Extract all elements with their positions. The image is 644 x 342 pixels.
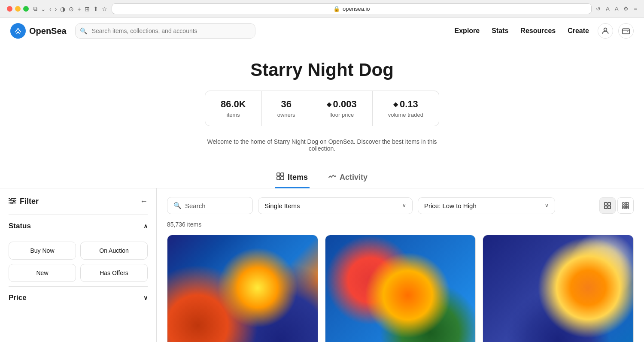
close-sidebar-button[interactable]: ← bbox=[140, 197, 148, 206]
logo-link[interactable]: OpenSea bbox=[10, 23, 67, 39]
svg-rect-18 bbox=[627, 203, 629, 204]
list-view-button[interactable] bbox=[617, 197, 634, 214]
stat-owners-value: 36 bbox=[277, 99, 295, 110]
hero-description: Welcome to the home of Starry Night Dog … bbox=[193, 138, 451, 152]
single-items-dropdown[interactable]: Single Items ∨ bbox=[258, 197, 413, 214]
share-icon[interactable]: ⬆ bbox=[93, 6, 98, 12]
reload-icon[interactable]: ↺ bbox=[596, 6, 601, 12]
grid-icon[interactable]: ⊞ bbox=[85, 6, 90, 12]
status-label: Status bbox=[9, 222, 31, 230]
minimize-button[interactable] bbox=[15, 6, 21, 12]
buy-now-button[interactable]: Buy Now bbox=[9, 242, 76, 260]
browser-extra-controls: ↺ A A ⚙ ≡ bbox=[596, 6, 637, 12]
tab-activity-label: Activity bbox=[340, 173, 368, 182]
price-section-header[interactable]: Price ∨ bbox=[9, 286, 148, 309]
stat-items: 86.0K items bbox=[205, 91, 262, 126]
shield-icon: ◑ bbox=[60, 6, 65, 12]
has-offers-button[interactable]: Has Offers bbox=[80, 264, 148, 282]
eth-icon-floor: ◆ bbox=[327, 101, 331, 108]
explore-link[interactable]: Explore bbox=[455, 27, 480, 35]
bookmark-icon[interactable]: ☆ bbox=[102, 6, 107, 12]
nav-search-container: 🔍 bbox=[75, 23, 255, 39]
dropdown-chevron-price: ∨ bbox=[545, 203, 549, 209]
svg-rect-24 bbox=[627, 207, 629, 209]
chevron-down-icon[interactable]: ⌄ bbox=[41, 6, 46, 12]
forward-icon[interactable]: › bbox=[55, 6, 57, 12]
nft-card-3[interactable] bbox=[483, 235, 634, 342]
search-box[interactable]: 🔍 Search bbox=[167, 197, 253, 214]
traffic-lights bbox=[7, 6, 29, 12]
resources-link[interactable]: Resources bbox=[520, 27, 556, 35]
tab-activity[interactable]: Activity bbox=[327, 167, 369, 188]
grid-view-button[interactable] bbox=[599, 197, 616, 214]
nav-search-input[interactable] bbox=[75, 23, 255, 39]
tab-items-label: Items bbox=[288, 173, 308, 182]
status-section-header[interactable]: Status ∧ bbox=[9, 215, 148, 237]
main-layout: Filter ← Status ∧ Buy Now On Auction New… bbox=[0, 188, 644, 342]
stat-floor-value: ◆ 0.003 bbox=[327, 99, 357, 110]
maximize-button[interactable] bbox=[23, 6, 29, 12]
search-icon: 🔍 bbox=[80, 27, 87, 34]
nft-card-1[interactable] bbox=[167, 235, 318, 342]
svg-point-0 bbox=[604, 28, 607, 31]
hero-section: Starry Night Dog 86.0K items 36 owners ◆… bbox=[0, 44, 644, 160]
svg-point-10 bbox=[13, 200, 15, 202]
items-count: 85,736 items bbox=[167, 221, 634, 228]
lock-icon: 🔒 bbox=[333, 6, 340, 12]
toolbar: 🔍 Search Single Items ∨ Price: Low to Hi… bbox=[167, 197, 634, 214]
nav-links: Explore Stats Resources Create bbox=[455, 27, 589, 35]
svg-rect-3 bbox=[281, 173, 284, 176]
stat-items-value: 86.0K bbox=[221, 99, 246, 110]
address-bar[interactable]: 🔒 opensea.io bbox=[112, 3, 592, 14]
single-items-label: Single Items bbox=[264, 202, 300, 209]
back-icon[interactable]: ‹ bbox=[49, 6, 52, 12]
url-text: opensea.io bbox=[343, 6, 370, 12]
close-button[interactable] bbox=[7, 6, 12, 12]
new-button[interactable]: New bbox=[9, 264, 76, 282]
on-auction-button[interactable]: On Auction bbox=[80, 242, 148, 260]
stats-row: 86.0K items 36 owners ◆ 0.003 floor pric… bbox=[9, 91, 635, 126]
nft-grid bbox=[167, 235, 634, 342]
status-buttons: Buy Now On Auction New Has Offers bbox=[9, 237, 148, 286]
stat-volume: ◆ 0.13 volume traded bbox=[373, 91, 439, 126]
settings-icon[interactable]: ⚙ bbox=[623, 6, 629, 12]
nft-card-2[interactable] bbox=[325, 235, 476, 342]
new-tab-icon[interactable]: + bbox=[77, 6, 81, 12]
clock-icon: ⊙ bbox=[69, 6, 74, 12]
search-box-icon: 🔍 bbox=[173, 202, 182, 209]
svg-rect-19 bbox=[623, 205, 624, 207]
filter-label: Filter bbox=[9, 197, 39, 206]
font-large: A bbox=[615, 6, 619, 12]
wallet-icon-button[interactable] bbox=[618, 23, 634, 39]
tab-items[interactable]: Items bbox=[275, 167, 310, 188]
activity-tab-icon bbox=[328, 173, 336, 181]
stat-volume-label: volume traded bbox=[388, 112, 423, 118]
stats-link[interactable]: Stats bbox=[492, 27, 508, 35]
stat-owners-label: owners bbox=[277, 112, 295, 118]
nft-image-3 bbox=[483, 235, 633, 342]
reader-icon[interactable]: ≡ bbox=[634, 6, 637, 12]
logo-icon bbox=[10, 23, 26, 39]
svg-point-9 bbox=[10, 198, 12, 200]
stat-floor-label: floor price bbox=[327, 112, 357, 118]
svg-rect-16 bbox=[623, 203, 624, 204]
stat-items-label: items bbox=[221, 112, 246, 118]
user-icon-button[interactable] bbox=[598, 23, 613, 39]
nft-image-1 bbox=[167, 235, 318, 342]
tabs-bar: Items Activity bbox=[0, 160, 644, 188]
nav-icons bbox=[598, 23, 634, 39]
sidebar: Filter ← Status ∧ Buy Now On Auction New… bbox=[0, 188, 157, 342]
dropdown-chevron-items: ∨ bbox=[402, 203, 406, 209]
price-sort-dropdown[interactable]: Price: Low to High ∨ bbox=[418, 197, 555, 214]
create-link[interactable]: Create bbox=[568, 27, 589, 35]
filter-icon bbox=[9, 197, 16, 206]
sidebar-toggle-icon[interactable]: ⧉ bbox=[33, 5, 37, 12]
price-label: Price bbox=[9, 294, 27, 302]
svg-rect-2 bbox=[277, 173, 280, 176]
svg-point-11 bbox=[11, 202, 12, 204]
stat-floor: ◆ 0.003 floor price bbox=[311, 91, 373, 126]
stat-volume-value: ◆ 0.13 bbox=[388, 99, 423, 110]
browser-nav-controls: ⧉ ⌄ ‹ › ◑ ⊙ + ⊞ ⬆ ☆ bbox=[33, 5, 107, 12]
svg-rect-14 bbox=[605, 206, 607, 209]
chevron-down-price-icon: ∨ bbox=[143, 294, 148, 301]
